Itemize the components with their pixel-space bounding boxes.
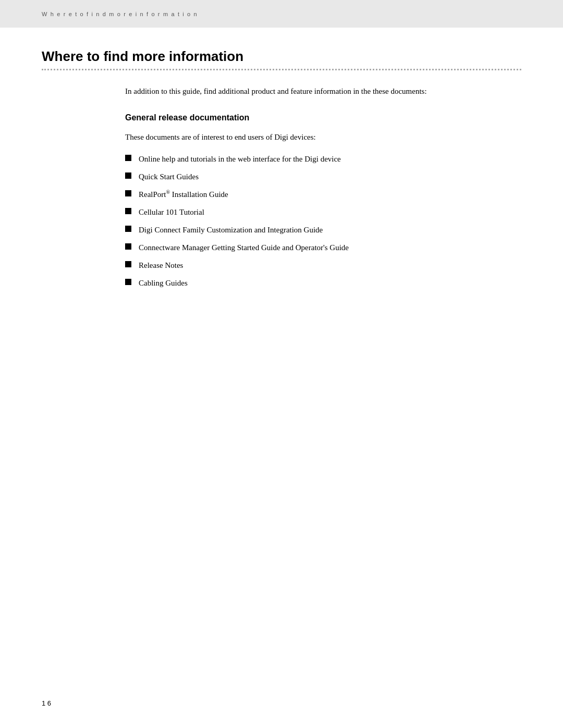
section-divider xyxy=(42,69,521,70)
list-item: Quick Start Guides xyxy=(125,170,521,183)
subsection-heading: General release documentation xyxy=(125,113,521,122)
bullet-item-text: Online help and tutorials in the web int… xyxy=(139,153,521,165)
page: W h e r e t o f i n d m o r e i n f o r … xyxy=(0,0,563,728)
bullet-icon xyxy=(125,155,131,161)
bullet-item-text: Digi Connect Family Customization and In… xyxy=(139,224,521,236)
bullet-item-text: RealPort® Installation Guide xyxy=(139,188,521,201)
main-content: Where to find more information In additi… xyxy=(0,28,563,336)
list-item: Release Notes xyxy=(125,259,521,272)
bullet-icon xyxy=(125,279,131,285)
bullet-icon xyxy=(125,208,131,214)
header-bar-text: W h e r e t o f i n d m o r e i n f o r … xyxy=(42,11,198,17)
page-number: 1 6 xyxy=(42,699,51,707)
bullet-item-text: Quick Start Guides xyxy=(139,170,521,183)
bullet-icon xyxy=(125,226,131,232)
list-item: Digi Connect Family Customization and In… xyxy=(125,224,521,236)
bullet-icon xyxy=(125,190,131,196)
list-item: Cabling Guides xyxy=(125,277,521,289)
body-paragraph: These documents are of interest to end u… xyxy=(125,131,521,143)
intro-paragraph: In addition to this guide, find addition… xyxy=(125,85,521,97)
list-item: Connectware Manager Getting Started Guid… xyxy=(125,241,521,254)
bullet-item-text: Connectware Manager Getting Started Guid… xyxy=(139,241,521,254)
list-item: Cellular 101 Tutorial xyxy=(125,206,521,218)
header-bar: W h e r e t o f i n d m o r e i n f o r … xyxy=(0,0,563,28)
bullet-item-text: Cabling Guides xyxy=(139,277,521,289)
section-title: Where to find more information xyxy=(42,48,521,65)
bullet-item-text: Release Notes xyxy=(139,259,521,272)
bullet-icon xyxy=(125,243,131,250)
bullet-icon xyxy=(125,261,131,267)
bullet-item-text: Cellular 101 Tutorial xyxy=(139,206,521,218)
list-item: RealPort® Installation Guide xyxy=(125,188,521,201)
bullet-icon xyxy=(125,172,131,179)
bullet-list: Online help and tutorials in the web int… xyxy=(125,153,521,289)
list-item: Online help and tutorials in the web int… xyxy=(125,153,521,165)
